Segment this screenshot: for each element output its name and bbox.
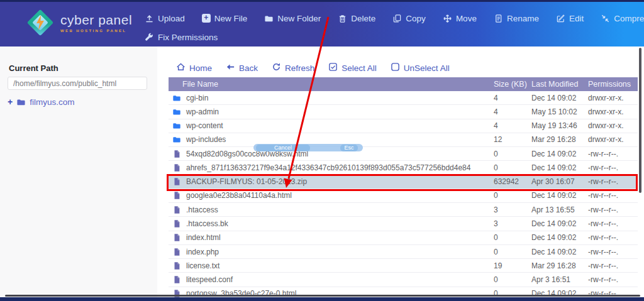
file-permissions: -rw-r--r--.: [588, 275, 638, 284]
lightning-bolt-icon: [35, 15, 45, 30]
logo-diamond-icon: [28, 10, 53, 35]
select-all-button[interactable]: Select All: [328, 62, 377, 74]
back-arrow-icon: [226, 62, 235, 74]
file-permissions: -rw-r--r--.: [588, 248, 638, 256]
rename-button[interactable]: Rename: [494, 14, 539, 23]
file-modified: Dec 14 09:02: [531, 191, 588, 200]
cancel-button[interactable]: Cancel: [256, 145, 310, 151]
cyberpanel-logo: cyber panel WEB HOSTING PANEL: [28, 10, 132, 35]
file-modified: May 15 10:02: [531, 107, 588, 116]
checkbox-checked-icon: [328, 62, 338, 74]
file-permissions: -rw-r--r--.: [588, 177, 638, 186]
file-modified: Mar 29 16:28: [531, 135, 588, 144]
brand-tagline: WEB HOSTING PANEL: [60, 29, 132, 33]
table-row[interactable]: license.txt19Mar 29 16:28-rw-r--r--.: [169, 259, 638, 273]
expand-icon[interactable]: +: [8, 97, 13, 107]
edit-button[interactable]: Edit: [556, 14, 584, 23]
file-permissions: -rw-r--r--.: [588, 163, 638, 172]
file-name: wp-content: [186, 121, 223, 130]
table-row[interactable]: .htaccess.bk3Dec 14 09:02-rw-r--r--.: [169, 217, 638, 231]
current-path-input[interactable]: [8, 77, 147, 90]
unselect-all-button[interactable]: UnSelect All: [391, 62, 450, 74]
file-size: 4: [494, 107, 531, 116]
file-size: 12: [494, 135, 531, 144]
table-row[interactable]: wp-admin4May 15 10:02drwxr-xr-x.: [169, 105, 638, 119]
file-modified: Mar 29 16:28: [531, 261, 588, 270]
file-permissions: -rw-r--r--.: [588, 261, 638, 270]
folder-icon: [172, 135, 181, 144]
file-icon: [172, 150, 181, 158]
column-last-modified[interactable]: Last Modified: [531, 80, 588, 89]
upload-icon: [145, 14, 154, 23]
table-row[interactable]: wp-content4May 19 13:46drwxr-xr-x.: [169, 119, 638, 133]
table-row[interactable]: cgi-bin4Dec 14 09:02drwxr-xr-x.: [169, 91, 638, 105]
table-row[interactable]: index.html0Dec 14 09:02-rw-r--r--.: [169, 231, 638, 245]
file-permissions: drwxr-xr-x.: [588, 135, 638, 144]
file-icon: [172, 177, 181, 186]
file-size: 0: [494, 163, 531, 172]
vertical-scrollbar[interactable]: [639, 48, 641, 193]
file-size: 3: [494, 219, 531, 228]
file-permissions: -rw-r--r--.: [588, 205, 638, 214]
file-modified: Dec 14 09:02: [531, 163, 588, 172]
file-name: googlea0e23b8a04110a4a.html: [186, 191, 292, 200]
file-name: cgi-bin: [186, 94, 208, 102]
file-icon: [172, 275, 181, 284]
folder-icon: [172, 107, 181, 116]
new-file-icon: +: [202, 14, 211, 23]
file-modified: May 19 13:46: [531, 121, 588, 130]
compress-icon: [601, 14, 610, 23]
file-modified: Apr 30 16:07: [531, 177, 588, 186]
rename-icon: [494, 14, 503, 23]
table-row[interactable]: litespeed.conf0Apr 3 16:51-rw-r--r--.: [169, 273, 638, 287]
column-file-name[interactable]: File Name: [169, 80, 494, 89]
current-path-label: Current Path: [9, 63, 58, 73]
file-size: 632942: [494, 177, 531, 186]
header-toolbar-row2: Fix Permissions: [145, 30, 218, 45]
file-size: 19: [494, 261, 531, 270]
edit-icon: [556, 14, 565, 23]
file-permissions: drwxr-xr-x.: [588, 121, 638, 130]
delete-button[interactable]: Delete: [338, 14, 375, 23]
move-button[interactable]: Move: [443, 14, 477, 23]
home-icon: [176, 62, 186, 74]
new-folder-icon: [264, 14, 274, 23]
table-row[interactable]: wp-includes12Mar 29 16:28drwxr-xr-x.: [169, 133, 638, 147]
cyberpanel-file-manager: cyber panel WEB HOSTING PANEL Upload + N…: [0, 0, 644, 301]
column-size[interactable]: Size (KB): [494, 80, 531, 89]
file-permissions: drwxr-xr-x.: [588, 94, 638, 102]
file-modified: Dec 14 09:02: [531, 150, 588, 158]
sidebar-tree-item-filmyus[interactable]: + filmyus.com: [8, 97, 74, 107]
back-button[interactable]: Back: [226, 62, 258, 74]
fix-permissions-button[interactable]: Fix Permissions: [145, 33, 218, 42]
file-modified: Apr 13 16:55: [531, 205, 588, 214]
table-row[interactable]: googlea0e23b8a04110a4a.html0Dec 14 09:02…: [169, 189, 638, 203]
upload-button[interactable]: Upload: [145, 14, 185, 23]
copy-button[interactable]: Copy: [392, 14, 426, 23]
file-name: litespeed.conf: [186, 275, 233, 284]
table-row[interactable]: ahrefs_871f136337217f9e34a12f4336347cb92…: [169, 161, 638, 175]
table-row[interactable]: 54xqd82d08gs00coc8w0w8ksw.html0Dec 14 09…: [169, 147, 638, 161]
refresh-icon: [272, 62, 281, 74]
table-row[interactable]: BACKUP-FILMYUS: 01-05-2023.zip632942Apr …: [169, 175, 638, 189]
horizontal-scrollbar[interactable]: [5, 295, 640, 297]
file-permissions: -rw-r--r--.: [588, 191, 638, 200]
file-toolbar: Home Back Refresh Select All UnSelect Al…: [176, 61, 450, 75]
file-size: 0: [494, 150, 531, 158]
wrench-icon: [145, 33, 154, 42]
file-name: index.php: [186, 248, 219, 256]
home-button[interactable]: Home: [176, 62, 212, 74]
file-modified: Dec 14 09:02: [531, 233, 588, 242]
new-folder-button[interactable]: New Folder: [264, 14, 321, 23]
table-row[interactable]: .htaccess3Apr 13 16:55-rw-r--r--.: [169, 203, 638, 217]
table-row[interactable]: index.php0Dec 14 09:02-rw-r--r--.: [169, 245, 638, 259]
file-icon: [172, 248, 181, 256]
new-file-button[interactable]: + New File: [202, 14, 248, 23]
refresh-button[interactable]: Refresh: [272, 62, 314, 74]
table-header: File Name Size (KB) Last Modified Permis…: [169, 77, 638, 91]
trash-icon: [338, 14, 347, 23]
file-modified: Dec 14 09:02: [531, 94, 588, 102]
column-permissions[interactable]: Permissions: [588, 80, 638, 89]
file-size: 0: [494, 191, 531, 200]
compress-button[interactable]: Compress: [601, 14, 644, 23]
